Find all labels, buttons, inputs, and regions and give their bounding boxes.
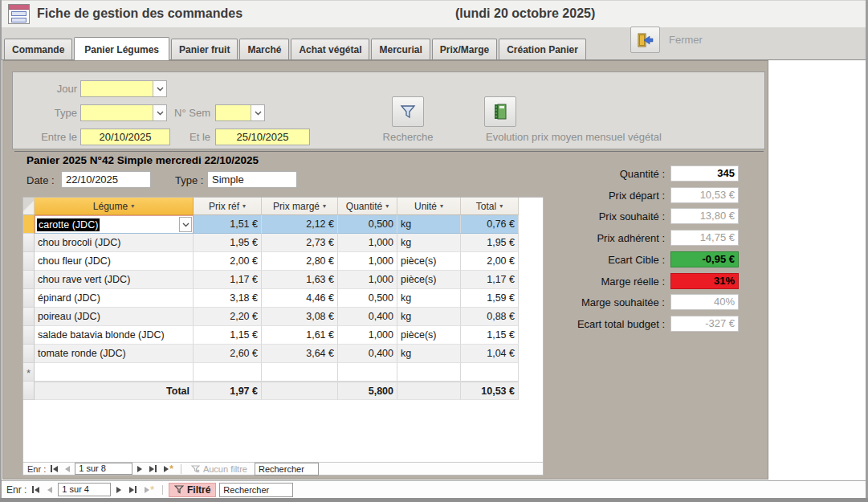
subform-search-input[interactable]: Rechercher (255, 463, 319, 475)
col-header-prix-marge[interactable]: Prix margé▾ (262, 198, 338, 215)
cell[interactable]: 2,12 € (262, 215, 338, 234)
cell[interactable] (262, 363, 338, 382)
record-position[interactable]: 1 sur 8 (75, 463, 132, 475)
cell[interactable]: 3,08 € (262, 308, 338, 326)
row-selector[interactable] (23, 326, 35, 345)
filtered-toggle[interactable]: Filtré (169, 483, 216, 497)
row-selector[interactable] (23, 308, 35, 326)
num-sem-combo[interactable] (215, 104, 265, 121)
cell[interactable]: 1,04 € (461, 345, 519, 363)
row-selector[interactable] (23, 345, 35, 363)
cell[interactable]: poireau (JDC) (35, 308, 194, 326)
new-record-selector[interactable]: * (23, 363, 35, 382)
row-selector[interactable] (23, 215, 35, 234)
tab-creation-panier[interactable]: Création Panier (499, 39, 586, 59)
legume-edit-cell[interactable]: carotte (JDC) (35, 215, 194, 234)
previous-record-button[interactable] (63, 466, 72, 472)
tab-prix-marge[interactable]: Prix/Marge (432, 39, 497, 59)
cell[interactable]: 1,61 € (262, 326, 338, 345)
evolution-button[interactable] (484, 96, 516, 127)
row-selector[interactable] (23, 289, 35, 308)
new-record-button[interactable]: * (161, 466, 176, 472)
row-selector[interactable] (23, 271, 35, 289)
main-search-input[interactable]: Rechercher (219, 483, 293, 497)
cell[interactable]: 0,400 (338, 345, 397, 363)
type-combo[interactable] (80, 104, 167, 121)
cell[interactable]: tomate ronde (JDC) (35, 345, 194, 363)
cell[interactable]: salade batavia blonde (JDC) (35, 326, 194, 345)
col-header-prix-ref[interactable]: Prix réf▾ (194, 198, 262, 215)
dropdown-arrow-icon[interactable]: ▾ (242, 202, 246, 210)
cell[interactable] (397, 363, 461, 382)
cell[interactable]: 3,18 € (194, 289, 262, 308)
cell[interactable]: 1,15 € (194, 326, 262, 345)
cell[interactable]: 2,00 € (194, 252, 262, 271)
entre-le-field[interactable]: 20/10/2025 (80, 129, 170, 145)
cell[interactable]: 1,000 (338, 252, 397, 271)
cell[interactable]: 1,63 € (262, 271, 338, 289)
cell[interactable] (338, 363, 397, 382)
cell[interactable]: 4,46 € (262, 289, 338, 308)
cell[interactable]: chou rave vert (JDC) (35, 271, 194, 289)
no-filter-toggle[interactable]: Aucun filtre (186, 463, 252, 475)
cell[interactable]: kg (397, 289, 461, 308)
cell[interactable]: 0,500 (338, 215, 397, 234)
tab-panier-legumes[interactable]: Panier Légumes (74, 37, 169, 60)
dropdown-arrow-icon[interactable]: ▾ (131, 202, 134, 210)
quantite-value[interactable]: 345 (670, 165, 739, 182)
cell[interactable] (461, 363, 519, 382)
cell[interactable]: 1,000 (338, 326, 397, 345)
dropdown-arrow-icon[interactable]: ▾ (323, 202, 326, 210)
et-le-field[interactable]: 25/10/2025 (215, 129, 310, 145)
dropdown-arrow-icon[interactable]: ▾ (440, 202, 443, 210)
row-selector[interactable] (23, 252, 35, 271)
cell[interactable]: 2,80 € (262, 252, 338, 271)
last-record-button[interactable] (127, 486, 139, 493)
chevron-down-icon[interactable] (153, 105, 166, 120)
cell[interactable]: kg (397, 308, 461, 326)
cell[interactable]: 1,000 (338, 234, 397, 252)
col-header-legume[interactable]: Légume▾ (35, 198, 194, 215)
date-field[interactable]: 22/10/2025 (61, 171, 151, 188)
cell[interactable]: 0,400 (338, 308, 397, 326)
cell[interactable]: 1,000 (338, 271, 397, 289)
record-position[interactable]: 1 sur 4 (58, 483, 111, 496)
cell[interactable]: épinard (JDC) (35, 289, 194, 308)
cell[interactable]: 1,51 € (194, 215, 262, 234)
last-record-button[interactable] (147, 465, 159, 472)
cell[interactable]: 1,95 € (194, 234, 262, 252)
cell[interactable]: chou fleur (JDC) (35, 252, 194, 271)
recherche-button[interactable] (392, 96, 424, 127)
fermer-button[interactable] (630, 27, 660, 53)
cell[interactable]: kg (397, 234, 461, 252)
tab-commande[interactable]: Commande (4, 39, 72, 59)
next-record-button[interactable] (114, 487, 124, 493)
tab-marche[interactable]: Marché (239, 39, 289, 59)
cell[interactable]: 2,73 € (262, 234, 338, 252)
col-header-unite[interactable]: Unité▾ (397, 198, 461, 215)
chevron-down-icon[interactable] (153, 81, 166, 96)
cell[interactable]: pièce(s) (397, 252, 461, 271)
cell[interactable]: 3,64 € (262, 345, 338, 363)
cell[interactable]: kg (397, 345, 461, 363)
next-record-button[interactable] (135, 466, 145, 472)
cell[interactable] (35, 363, 194, 382)
new-record-button[interactable]: * (142, 487, 157, 493)
dropdown-arrow-icon[interactable]: ▾ (385, 202, 389, 210)
cell[interactable]: pièce(s) (397, 326, 461, 345)
cell[interactable] (194, 363, 262, 382)
tab-mercurial[interactable]: Mercurial (371, 39, 430, 59)
jour-combo[interactable] (80, 80, 167, 97)
combo-button[interactable] (179, 217, 192, 232)
cell[interactable]: 2,60 € (194, 345, 262, 363)
dropdown-arrow-icon[interactable]: ▾ (499, 202, 503, 210)
col-header-quantite[interactable]: Quantité▾ (338, 198, 397, 215)
cell[interactable]: chou brocoli (JDC) (35, 234, 194, 252)
cell[interactable]: pièce(s) (397, 271, 461, 289)
first-record-button[interactable] (48, 465, 60, 472)
previous-record-button[interactable] (45, 487, 55, 493)
cell[interactable]: kg (397, 215, 461, 234)
cell[interactable]: 1,17 € (194, 271, 262, 289)
tab-panier-fruit[interactable]: Panier fruit (171, 39, 238, 59)
first-record-button[interactable] (30, 486, 42, 493)
